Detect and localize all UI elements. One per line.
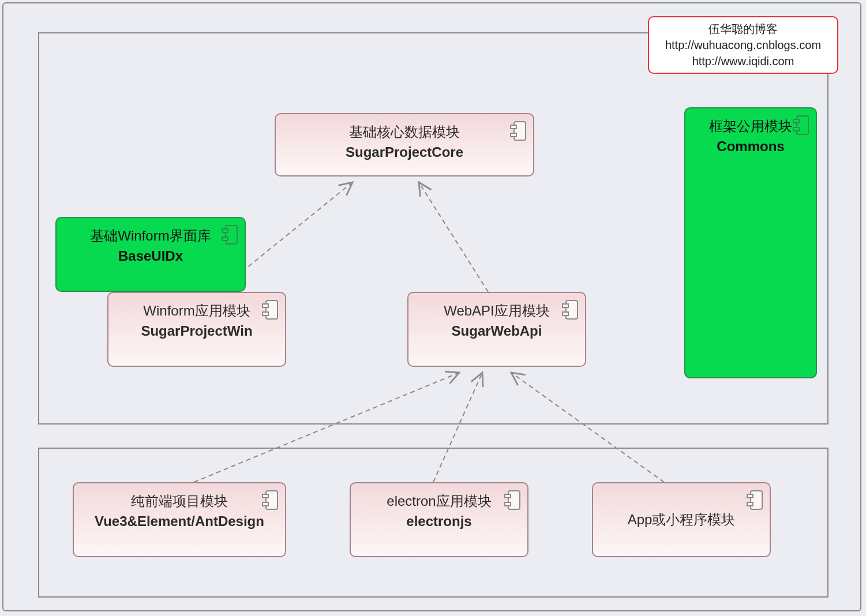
component-subtitle: Vue3&Element/AntDesign xyxy=(95,512,264,532)
component-subtitle: Commons xyxy=(717,137,784,157)
component-icon xyxy=(510,121,526,141)
component-title: 纯前端项目模块 xyxy=(131,491,228,512)
watermark-title: 伍华聪的博客 xyxy=(708,21,778,37)
component-subtitle: electronjs xyxy=(406,512,471,532)
component-icon xyxy=(262,490,278,510)
watermark-card: 伍华聪的博客 http://wuhuacong.cnblogs.com http… xyxy=(648,16,838,74)
component-win: Winform应用模块 SugarProjectWin xyxy=(107,292,286,367)
component-commons: 框架公用模块 Commons xyxy=(684,107,817,378)
component-core: 基础核心数据模块 SugarProjectCore xyxy=(275,113,534,176)
component-title: WebAPI应用模块 xyxy=(444,301,550,321)
component-title: 基础核心数据模块 xyxy=(349,122,460,142)
component-app: App或小程序模块 xyxy=(592,482,771,557)
diagram-canvas: 伍华聪的博客 http://wuhuacong.cnblogs.com http… xyxy=(2,2,861,611)
component-icon xyxy=(262,300,278,320)
component-icon xyxy=(562,300,578,320)
component-vue: 纯前端项目模块 Vue3&Element/AntDesign xyxy=(73,482,286,557)
component-title: App或小程序模块 xyxy=(628,510,736,530)
component-subtitle: BaseUIDx xyxy=(118,246,183,266)
component-title: 基础Winform界面库 xyxy=(90,226,211,246)
component-title: electron应用模块 xyxy=(387,491,491,512)
component-icon xyxy=(504,490,520,510)
watermark-url1: http://wuhuacong.cnblogs.com xyxy=(665,37,821,53)
watermark-url2: http://www.iqidi.com xyxy=(692,53,794,69)
component-icon xyxy=(793,115,809,135)
component-subtitle: SugarProjectWin xyxy=(141,321,252,341)
component-baseuidx: 基础Winform界面库 BaseUIDx xyxy=(55,217,246,292)
component-subtitle: SugarWebApi xyxy=(452,321,542,341)
component-electron: electron应用模块 electronjs xyxy=(350,482,528,557)
component-title: 框架公用模块 xyxy=(709,117,792,137)
component-webapi: WebAPI应用模块 SugarWebApi xyxy=(407,292,586,367)
component-icon xyxy=(747,490,763,510)
component-title: Winform应用模块 xyxy=(143,301,250,321)
component-icon xyxy=(222,225,238,245)
component-subtitle: SugarProjectCore xyxy=(346,142,463,163)
